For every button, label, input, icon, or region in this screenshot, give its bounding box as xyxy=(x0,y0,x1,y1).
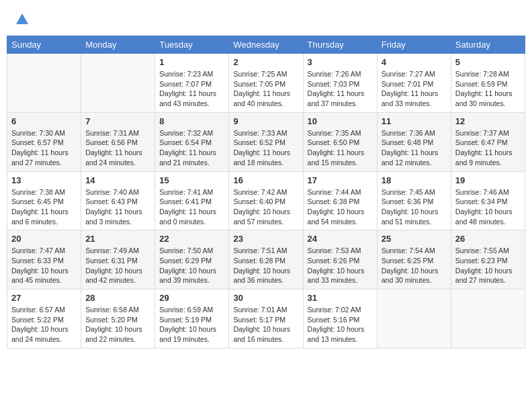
calendar-cell xyxy=(377,289,451,349)
cell-info: Sunrise: 7:28 AMSunset: 6:59 PMDaylight:… xyxy=(455,69,521,109)
svg-marker-0 xyxy=(16,13,28,24)
cell-info: Sunrise: 7:40 AMSunset: 6:43 PMDaylight:… xyxy=(85,187,150,227)
calendar-cell xyxy=(451,289,525,349)
calendar-cell: 8Sunrise: 7:32 AMSunset: 6:54 PMDaylight… xyxy=(155,112,229,171)
cell-info: Sunrise: 7:47 AMSunset: 6:33 PMDaylight:… xyxy=(11,246,77,285)
day-number: 7 xyxy=(85,116,150,126)
weekday-header: Thursday xyxy=(303,36,377,54)
calendar-cell: 23Sunrise: 7:51 AMSunset: 6:28 PMDayligh… xyxy=(229,230,303,289)
day-number: 10 xyxy=(308,116,373,126)
calendar-cell: 19Sunrise: 7:46 AMSunset: 6:34 PMDayligh… xyxy=(451,171,525,230)
calendar-cell: 27Sunrise: 6:57 AMSunset: 5:22 PMDayligh… xyxy=(7,289,81,349)
day-number: 17 xyxy=(308,175,373,185)
cell-info: Sunrise: 7:01 AMSunset: 5:17 PMDaylight:… xyxy=(233,305,298,345)
day-number: 12 xyxy=(455,116,521,126)
calendar-cell: 6Sunrise: 7:30 AMSunset: 6:57 PMDaylight… xyxy=(7,112,81,171)
cell-info: Sunrise: 7:53 AMSunset: 6:26 PMDaylight:… xyxy=(308,246,373,285)
cell-info: Sunrise: 7:38 AMSunset: 6:45 PMDaylight:… xyxy=(11,187,77,227)
calendar-cell: 5Sunrise: 7:28 AMSunset: 6:59 PMDaylight… xyxy=(451,54,525,113)
cell-info: Sunrise: 7:50 AMSunset: 6:29 PMDaylight:… xyxy=(159,246,224,285)
cell-info: Sunrise: 7:25 AMSunset: 7:05 PMDaylight:… xyxy=(233,69,298,109)
day-number: 27 xyxy=(11,293,77,303)
calendar-cell: 10Sunrise: 7:35 AMSunset: 6:50 PMDayligh… xyxy=(303,112,377,171)
day-number: 8 xyxy=(159,116,224,126)
logo xyxy=(13,12,30,30)
weekday-header: Sunday xyxy=(7,36,81,54)
day-number: 16 xyxy=(233,175,298,185)
day-number: 13 xyxy=(11,175,77,185)
calendar-week-row: 27Sunrise: 6:57 AMSunset: 5:22 PMDayligh… xyxy=(7,289,525,349)
cell-info: Sunrise: 7:51 AMSunset: 6:28 PMDaylight:… xyxy=(233,246,298,285)
cell-info: Sunrise: 7:54 AMSunset: 6:25 PMDaylight:… xyxy=(382,246,447,285)
day-number: 2 xyxy=(233,57,298,67)
calendar-cell: 14Sunrise: 7:40 AMSunset: 6:43 PMDayligh… xyxy=(81,171,155,230)
calendar-cell: 4Sunrise: 7:27 AMSunset: 7:01 PMDaylight… xyxy=(377,54,451,113)
weekday-header: Friday xyxy=(377,36,451,54)
cell-info: Sunrise: 7:23 AMSunset: 7:07 PMDaylight:… xyxy=(159,69,224,109)
calendar-cell: 7Sunrise: 7:31 AMSunset: 6:56 PMDaylight… xyxy=(81,112,155,171)
day-number: 14 xyxy=(85,175,150,185)
calendar-cell: 9Sunrise: 7:33 AMSunset: 6:52 PMDaylight… xyxy=(229,112,303,171)
calendar-cell: 31Sunrise: 7:02 AMSunset: 5:16 PMDayligh… xyxy=(303,289,377,349)
cell-info: Sunrise: 7:41 AMSunset: 6:41 PMDaylight:… xyxy=(159,187,224,227)
calendar-cell xyxy=(81,54,155,113)
calendar-table: SundayMondayTuesdayWednesdayThursdayFrid… xyxy=(7,36,525,349)
day-number: 5 xyxy=(455,57,521,67)
calendar-cell: 29Sunrise: 6:59 AMSunset: 5:19 PMDayligh… xyxy=(155,289,229,349)
calendar-cell: 21Sunrise: 7:49 AMSunset: 6:31 PMDayligh… xyxy=(81,230,155,289)
cell-info: Sunrise: 7:35 AMSunset: 6:50 PMDaylight:… xyxy=(308,128,373,168)
calendar-cell: 2Sunrise: 7:25 AMSunset: 7:05 PMDaylight… xyxy=(229,54,303,113)
cell-info: Sunrise: 6:57 AMSunset: 5:22 PMDaylight:… xyxy=(11,305,77,345)
day-number: 25 xyxy=(382,234,447,244)
day-number: 6 xyxy=(11,116,77,126)
day-number: 20 xyxy=(11,234,77,244)
logo-icon xyxy=(15,12,30,27)
day-number: 3 xyxy=(308,57,373,67)
cell-info: Sunrise: 6:58 AMSunset: 5:20 PMDaylight:… xyxy=(85,305,150,345)
calendar-cell: 1Sunrise: 7:23 AMSunset: 7:07 PMDaylight… xyxy=(155,54,229,113)
cell-info: Sunrise: 7:02 AMSunset: 5:16 PMDaylight:… xyxy=(308,305,373,345)
weekday-header: Tuesday xyxy=(155,36,229,54)
day-number: 22 xyxy=(159,234,224,244)
calendar-cell: 17Sunrise: 7:44 AMSunset: 6:38 PMDayligh… xyxy=(303,171,377,230)
cell-info: Sunrise: 7:44 AMSunset: 6:38 PMDaylight:… xyxy=(308,187,373,227)
calendar-cell: 20Sunrise: 7:47 AMSunset: 6:33 PMDayligh… xyxy=(7,230,81,289)
cell-info: Sunrise: 7:42 AMSunset: 6:40 PMDaylight:… xyxy=(233,187,298,227)
day-number: 18 xyxy=(382,175,447,185)
weekday-header: Saturday xyxy=(451,36,525,54)
cell-info: Sunrise: 7:55 AMSunset: 6:23 PMDaylight:… xyxy=(455,246,521,285)
day-number: 23 xyxy=(233,234,298,244)
cell-info: Sunrise: 7:36 AMSunset: 6:48 PMDaylight:… xyxy=(382,128,447,168)
cell-info: Sunrise: 7:30 AMSunset: 6:57 PMDaylight:… xyxy=(11,128,77,168)
calendar-cell: 26Sunrise: 7:55 AMSunset: 6:23 PMDayligh… xyxy=(451,230,525,289)
calendar-cell: 11Sunrise: 7:36 AMSunset: 6:48 PMDayligh… xyxy=(377,112,451,171)
day-number: 9 xyxy=(233,116,298,126)
cell-info: Sunrise: 7:27 AMSunset: 7:01 PMDaylight:… xyxy=(382,69,447,109)
cell-info: Sunrise: 7:26 AMSunset: 7:03 PMDaylight:… xyxy=(308,69,373,109)
calendar-cell: 22Sunrise: 7:50 AMSunset: 6:29 PMDayligh… xyxy=(155,230,229,289)
cell-info: Sunrise: 7:31 AMSunset: 6:56 PMDaylight:… xyxy=(85,128,150,168)
calendar-week-row: 13Sunrise: 7:38 AMSunset: 6:45 PMDayligh… xyxy=(7,171,525,230)
calendar-week-row: 20Sunrise: 7:47 AMSunset: 6:33 PMDayligh… xyxy=(7,230,525,289)
calendar-cell: 16Sunrise: 7:42 AMSunset: 6:40 PMDayligh… xyxy=(229,171,303,230)
weekday-header: Monday xyxy=(81,36,155,54)
day-number: 28 xyxy=(85,293,150,303)
cell-info: Sunrise: 7:37 AMSunset: 6:47 PMDaylight:… xyxy=(455,128,521,168)
calendar-week-row: 1Sunrise: 7:23 AMSunset: 7:07 PMDaylight… xyxy=(7,54,525,113)
day-number: 1 xyxy=(159,57,224,67)
calendar-cell: 24Sunrise: 7:53 AMSunset: 6:26 PMDayligh… xyxy=(303,230,377,289)
calendar-cell: 15Sunrise: 7:41 AMSunset: 6:41 PMDayligh… xyxy=(155,171,229,230)
calendar-cell: 18Sunrise: 7:45 AMSunset: 6:36 PMDayligh… xyxy=(377,171,451,230)
page-header xyxy=(7,7,525,33)
day-number: 15 xyxy=(159,175,224,185)
day-number: 4 xyxy=(382,57,447,67)
day-number: 21 xyxy=(85,234,150,244)
day-number: 31 xyxy=(308,293,373,303)
calendar-cell: 25Sunrise: 7:54 AMSunset: 6:25 PMDayligh… xyxy=(377,230,451,289)
day-number: 26 xyxy=(455,234,521,244)
cell-info: Sunrise: 6:59 AMSunset: 5:19 PMDaylight:… xyxy=(159,305,224,345)
weekday-header: Wednesday xyxy=(229,36,303,54)
calendar-header-row: SundayMondayTuesdayWednesdayThursdayFrid… xyxy=(7,36,525,54)
cell-info: Sunrise: 7:32 AMSunset: 6:54 PMDaylight:… xyxy=(159,128,224,168)
calendar-cell: 3Sunrise: 7:26 AMSunset: 7:03 PMDaylight… xyxy=(303,54,377,113)
